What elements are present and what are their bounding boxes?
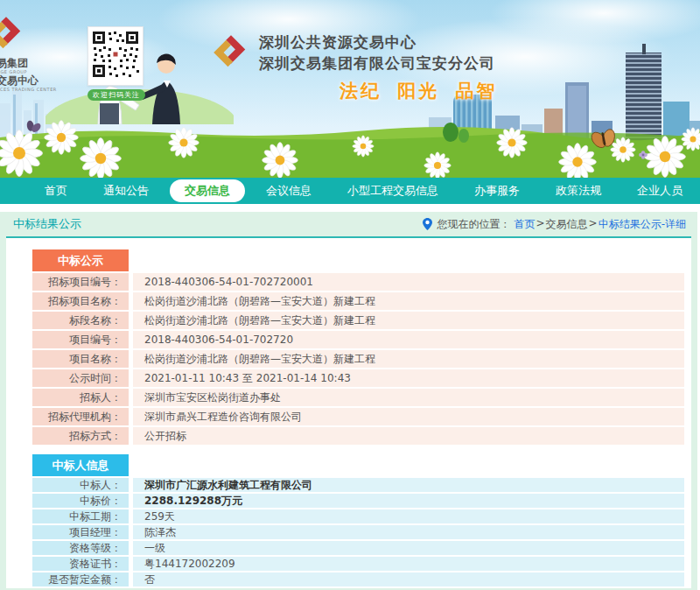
field-label: 是否暂定金额： <box>32 572 129 586</box>
field-value: 2018-440306-54-01-702720 <box>133 331 684 348</box>
field-row: 标段名称：松岗街道沙浦北路（朗碧路—宝安大道）新建工程 <box>32 312 684 329</box>
field-row: 项目编号：2018-440306-54-01-702720 <box>32 331 684 348</box>
header-banner: 交易集团 CHANGE GROUP 源交易中心 SOURCES TRADING … <box>0 0 700 178</box>
breadcrumb-trail: 首页>交易信息>中标结果公示-详细 <box>514 217 686 232</box>
detail-tables: 中标公示招标项目编号：2018-440306-54-01-702720001招标… <box>6 238 691 588</box>
nav-item-6[interactable]: 政策法规 <box>541 179 616 202</box>
nav-items: 首页通知公告交易信息会议信息小型工程交易信息办事服务政策法规企业人员 <box>30 179 697 202</box>
nav-item-0[interactable]: 首页 <box>30 179 82 202</box>
field-label: 招标项目编号： <box>32 273 129 291</box>
field-value: 陈泽杰 <box>133 525 684 539</box>
field-value: 松岗街道沙浦北路（朗碧路—宝安大道）新建工程 <box>133 292 684 310</box>
field-row: 招标人：深圳市宝安区松岗街道办事处 <box>32 389 684 406</box>
breadcrumb-location-label: 您现在的位置： <box>438 217 511 232</box>
breadcrumb-link[interactable]: 中标结果公示-详细 <box>598 217 686 232</box>
field-row: 招标项目名称：松岗街道沙浦北路（朗碧路—宝安大道）新建工程 <box>32 292 684 310</box>
field-value: 深圳市广汇源水利建筑工程有限公司 <box>133 478 684 492</box>
field-label: 项目编号： <box>32 331 129 348</box>
left-logo-line1: 交易集团 <box>0 58 91 69</box>
butterfly-icon <box>24 120 44 136</box>
breadcrumb-separator: 交易信息 <box>546 217 588 232</box>
field-label: 项目经理： <box>32 525 129 539</box>
nav-item-3[interactable]: 会议信息 <box>251 179 326 202</box>
left-logo: 交易集团 CHANGE GROUP 源交易中心 SOURCES TRADING … <box>0 14 91 93</box>
field-value: 259天 <box>133 509 684 523</box>
field-label: 资格证书： <box>32 557 129 571</box>
field-label: 中标工期： <box>32 509 129 523</box>
qr-block: 欢迎扫码关注 <box>88 26 144 101</box>
page-title: 中标结果公示 <box>13 216 81 232</box>
nav-item-7[interactable]: 企业人员 <box>622 179 697 202</box>
field-row: 中标人：深圳市广汇源水利建筑工程有限公司 <box>32 478 684 492</box>
field-value: 2021-01-11 10:43 至 2021-01-14 10:43 <box>133 369 684 387</box>
brand: 深圳公共资源交易中心 深圳交易集团有限公司宝安分公司 <box>211 32 495 74</box>
main-nav: 首页通知公告交易信息会议信息小型工程交易信息办事服务政策法规企业人员 <box>0 178 700 204</box>
left-logo-line2-en: SOURCES TRADING CENTER <box>0 87 91 93</box>
field-value: 一级 <box>133 541 684 555</box>
field-row: 招标方式：公开招标 <box>32 427 684 445</box>
field-value: 2018-440306-54-01-702720001 <box>133 273 684 291</box>
nav-item-1[interactable]: 通知公告 <box>88 179 164 202</box>
field-label: 招标方式： <box>32 427 129 445</box>
content-panel: 中标结果公示 您现在的位置： 首页>交易信息>中标结果公示-详细 中标公示招标项… <box>0 212 697 590</box>
slogan-text: 法纪 阳光 品智 <box>340 79 498 103</box>
qr-code <box>88 26 144 86</box>
field-row: 项目经理：陈泽杰 <box>32 525 684 539</box>
section-1: 中标人信息中标人：深圳市广汇源水利建筑工程有限公司中标价：2288.129288… <box>32 454 684 586</box>
section-0: 中标公示招标项目编号：2018-440306-54-01-702720001招标… <box>32 249 684 445</box>
field-row: 资格证书：粤144172002209 <box>32 557 684 571</box>
field-value: 否 <box>133 572 684 586</box>
qr-caption: 欢迎扫码关注 <box>88 89 145 101</box>
field-label: 资格等级： <box>32 541 129 555</box>
field-label: 招标人： <box>32 389 129 406</box>
field-label: 中标价： <box>32 494 129 508</box>
field-value: 松岗街道沙浦北路（朗碧路—宝安大道）新建工程 <box>133 312 684 329</box>
location-pin-icon <box>423 218 432 230</box>
title-bar: 中标结果公示 您现在的位置： 首页>交易信息>中标结果公示-详细 <box>6 212 691 238</box>
field-value: 公开招标 <box>133 427 684 445</box>
section-header: 中标人信息 <box>32 454 129 476</box>
breadcrumb-link[interactable]: 首页 <box>514 217 536 232</box>
field-label: 标段名称： <box>32 312 129 329</box>
field-value: 粤144172002209 <box>133 557 684 571</box>
section-gap <box>32 446 691 454</box>
field-value: 松岗街道沙浦北路（朗碧路—宝安大道）新建工程 <box>133 350 684 368</box>
field-row: 招标代理机构：深圳市鼎兴工程造价咨询有限公司 <box>32 408 684 425</box>
field-label: 项目名称： <box>32 350 129 368</box>
field-row: 中标工期：259天 <box>32 509 684 523</box>
field-row: 招标项目编号：2018-440306-54-01-702720001 <box>32 273 684 291</box>
grass-band <box>0 120 700 178</box>
field-row: 资格等级：一级 <box>32 541 684 555</box>
nav-item-2[interactable]: 交易信息 <box>170 179 245 202</box>
nav-item-4[interactable]: 小型工程交易信息 <box>332 179 453 202</box>
brand-name-line2: 深圳交易集团有限公司宝安分公司 <box>259 53 495 74</box>
left-logo-icon <box>0 14 26 54</box>
field-label: 中标人： <box>32 478 129 492</box>
field-value: 深圳市宝安区松岗街道办事处 <box>133 389 684 406</box>
brand-logo-icon <box>211 32 251 73</box>
field-label: 招标代理机构： <box>32 408 129 425</box>
brand-name-line1: 深圳公共资源交易中心 <box>259 32 495 53</box>
field-label: 公示时间： <box>32 369 129 387</box>
field-label: 招标项目名称： <box>32 292 129 310</box>
field-row: 公示时间：2021-01-11 10:43 至 2021-01-14 10:43 <box>32 369 684 387</box>
field-value: 2288.129288万元 <box>133 494 684 508</box>
page: 交易集团 CHANGE GROUP 源交易中心 SOURCES TRADING … <box>0 0 700 590</box>
left-logo-line2: 源交易中心 <box>0 75 91 87</box>
section-header: 中标公示 <box>32 249 129 271</box>
nav-item-5[interactable]: 办事服务 <box>459 179 535 202</box>
field-row: 是否暂定金额：否 <box>32 572 684 586</box>
breadcrumb-separator: > <box>589 217 598 232</box>
field-row: 中标价：2288.129288万元 <box>32 494 684 508</box>
breadcrumb: 您现在的位置： 首页>交易信息>中标结果公示-详细 <box>423 217 686 232</box>
breadcrumb-separator: > <box>536 217 545 232</box>
field-value: 深圳市鼎兴工程造价咨询有限公司 <box>133 408 684 425</box>
field-row: 项目名称：松岗街道沙浦北路（朗碧路—宝安大道）新建工程 <box>32 350 684 368</box>
